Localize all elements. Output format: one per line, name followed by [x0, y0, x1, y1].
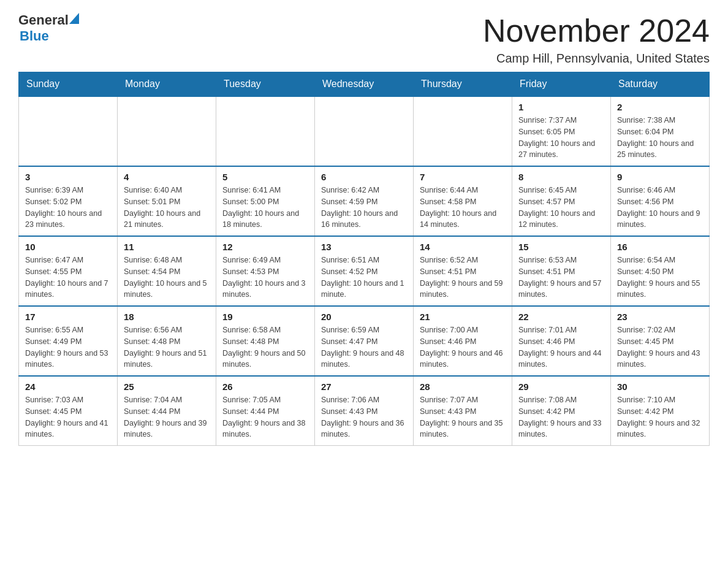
calendar-table: SundayMondayTuesdayWednesdayThursdayFrid… — [18, 72, 710, 446]
day-info: Sunrise: 6:49 AM Sunset: 4:53 PM Dayligh… — [222, 255, 308, 301]
calendar-cell: 21Sunrise: 7:00 AM Sunset: 4:46 PM Dayli… — [414, 306, 512, 376]
calendar-cell: 2Sunrise: 7:38 AM Sunset: 6:04 PM Daylig… — [611, 96, 710, 166]
day-info: Sunrise: 6:59 AM Sunset: 4:47 PM Dayligh… — [321, 324, 407, 370]
calendar-cell: 26Sunrise: 7:05 AM Sunset: 4:44 PM Dayli… — [216, 376, 315, 446]
calendar-subtitle: Camp Hill, Pennsylvania, United States — [483, 52, 710, 66]
day-info: Sunrise: 6:41 AM Sunset: 5:00 PM Dayligh… — [222, 185, 308, 231]
calendar-cell: 14Sunrise: 6:52 AM Sunset: 4:51 PM Dayli… — [414, 236, 512, 306]
day-info: Sunrise: 6:56 AM Sunset: 4:48 PM Dayligh… — [124, 324, 210, 370]
day-info: Sunrise: 7:04 AM Sunset: 4:44 PM Dayligh… — [124, 394, 210, 440]
day-number: 16 — [617, 242, 703, 252]
page-header: General Blue November 2024 Camp Hill, Pe… — [18, 12, 710, 66]
calendar-cell: 19Sunrise: 6:58 AM Sunset: 4:48 PM Dayli… — [216, 306, 315, 376]
day-info: Sunrise: 6:42 AM Sunset: 4:59 PM Dayligh… — [321, 185, 407, 231]
calendar-cell: 9Sunrise: 6:46 AM Sunset: 4:56 PM Daylig… — [611, 166, 710, 236]
day-number: 1 — [518, 102, 604, 112]
calendar-cell: 5Sunrise: 6:41 AM Sunset: 5:00 PM Daylig… — [216, 166, 315, 236]
day-number: 11 — [124, 242, 210, 252]
day-number: 21 — [420, 312, 506, 322]
calendar-cell — [414, 96, 512, 166]
day-number: 3 — [25, 172, 111, 182]
calendar-week-2: 3Sunrise: 6:39 AM Sunset: 5:02 PM Daylig… — [19, 166, 710, 236]
day-number: 17 — [25, 312, 111, 322]
day-info: Sunrise: 6:51 AM Sunset: 4:52 PM Dayligh… — [321, 255, 407, 301]
day-info: Sunrise: 7:10 AM Sunset: 4:42 PM Dayligh… — [617, 394, 703, 440]
calendar-cell: 8Sunrise: 6:45 AM Sunset: 4:57 PM Daylig… — [512, 166, 611, 236]
calendar-cell: 3Sunrise: 6:39 AM Sunset: 5:02 PM Daylig… — [19, 166, 118, 236]
day-info: Sunrise: 6:45 AM Sunset: 4:57 PM Dayligh… — [518, 185, 604, 231]
calendar-cell: 27Sunrise: 7:06 AM Sunset: 4:43 PM Dayli… — [315, 376, 414, 446]
day-number: 13 — [321, 242, 407, 252]
calendar-cell: 7Sunrise: 6:44 AM Sunset: 4:58 PM Daylig… — [414, 166, 512, 236]
calendar-header-row: SundayMondayTuesdayWednesdayThursdayFrid… — [19, 72, 710, 97]
calendar-cell: 23Sunrise: 7:02 AM Sunset: 4:45 PM Dayli… — [611, 306, 710, 376]
calendar-cell: 30Sunrise: 7:10 AM Sunset: 4:42 PM Dayli… — [611, 376, 710, 446]
calendar-week-3: 10Sunrise: 6:47 AM Sunset: 4:55 PM Dayli… — [19, 236, 710, 306]
calendar-cell: 28Sunrise: 7:07 AM Sunset: 4:43 PM Dayli… — [414, 376, 512, 446]
day-number: 20 — [321, 312, 407, 322]
day-number: 7 — [420, 172, 506, 182]
calendar-header-saturday: Saturday — [611, 72, 710, 97]
day-info: Sunrise: 6:48 AM Sunset: 4:54 PM Dayligh… — [124, 255, 210, 301]
day-info: Sunrise: 6:44 AM Sunset: 4:58 PM Dayligh… — [420, 185, 506, 231]
day-number: 9 — [617, 172, 703, 182]
day-number: 22 — [518, 312, 604, 322]
day-number: 28 — [420, 381, 506, 392]
calendar-cell: 18Sunrise: 6:56 AM Sunset: 4:48 PM Dayli… — [118, 306, 216, 376]
calendar-cell: 4Sunrise: 6:40 AM Sunset: 5:01 PM Daylig… — [118, 166, 216, 236]
calendar-cell — [118, 96, 216, 166]
calendar-cell: 1Sunrise: 7:37 AM Sunset: 6:05 PM Daylig… — [512, 96, 611, 166]
day-number: 5 — [222, 172, 308, 182]
day-number: 18 — [124, 312, 210, 322]
calendar-header-wednesday: Wednesday — [315, 72, 414, 97]
calendar-header-tuesday: Tuesday — [216, 72, 315, 97]
day-info: Sunrise: 6:53 AM Sunset: 4:51 PM Dayligh… — [518, 255, 604, 301]
day-number: 2 — [617, 102, 703, 112]
day-info: Sunrise: 6:55 AM Sunset: 4:49 PM Dayligh… — [25, 324, 111, 370]
day-number: 29 — [518, 381, 604, 392]
calendar-week-4: 17Sunrise: 6:55 AM Sunset: 4:49 PM Dayli… — [19, 306, 710, 376]
calendar-cell: 6Sunrise: 6:42 AM Sunset: 4:59 PM Daylig… — [315, 166, 414, 236]
day-number: 15 — [518, 242, 604, 252]
day-info: Sunrise: 7:38 AM Sunset: 6:04 PM Dayligh… — [617, 115, 703, 161]
calendar-cell — [19, 96, 118, 166]
calendar-cell: 16Sunrise: 6:54 AM Sunset: 4:50 PM Dayli… — [611, 236, 710, 306]
calendar-cell: 10Sunrise: 6:47 AM Sunset: 4:55 PM Dayli… — [19, 236, 118, 306]
day-number: 8 — [518, 172, 604, 182]
day-info: Sunrise: 7:05 AM Sunset: 4:44 PM Dayligh… — [222, 394, 308, 440]
day-number: 6 — [321, 172, 407, 182]
day-info: Sunrise: 6:47 AM Sunset: 4:55 PM Dayligh… — [25, 255, 111, 301]
day-info: Sunrise: 7:03 AM Sunset: 4:45 PM Dayligh… — [25, 394, 111, 440]
calendar-cell: 29Sunrise: 7:08 AM Sunset: 4:42 PM Dayli… — [512, 376, 611, 446]
calendar-header-thursday: Thursday — [414, 72, 512, 97]
calendar-cell — [216, 96, 315, 166]
calendar-header-monday: Monday — [118, 72, 216, 97]
calendar-header-friday: Friday — [512, 72, 611, 97]
day-number: 10 — [25, 242, 111, 252]
day-number: 30 — [617, 381, 703, 392]
logo-general-text: General — [18, 12, 69, 28]
calendar-cell: 13Sunrise: 6:51 AM Sunset: 4:52 PM Dayli… — [315, 236, 414, 306]
calendar-cell: 12Sunrise: 6:49 AM Sunset: 4:53 PM Dayli… — [216, 236, 315, 306]
day-number: 19 — [222, 312, 308, 322]
day-number: 14 — [420, 242, 506, 252]
calendar-cell: 17Sunrise: 6:55 AM Sunset: 4:49 PM Dayli… — [19, 306, 118, 376]
calendar-cell: 24Sunrise: 7:03 AM Sunset: 4:45 PM Dayli… — [19, 376, 118, 446]
calendar-cell: 22Sunrise: 7:01 AM Sunset: 4:46 PM Dayli… — [512, 306, 611, 376]
day-number: 23 — [617, 312, 703, 322]
day-info: Sunrise: 6:58 AM Sunset: 4:48 PM Dayligh… — [222, 324, 308, 370]
calendar-cell: 11Sunrise: 6:48 AM Sunset: 4:54 PM Dayli… — [118, 236, 216, 306]
day-info: Sunrise: 7:37 AM Sunset: 6:05 PM Dayligh… — [518, 115, 604, 161]
logo-triangle-icon — [69, 13, 79, 24]
day-info: Sunrise: 6:52 AM Sunset: 4:51 PM Dayligh… — [420, 255, 506, 301]
calendar-cell: 20Sunrise: 6:59 AM Sunset: 4:47 PM Dayli… — [315, 306, 414, 376]
logo-blue-text: Blue — [20, 28, 49, 44]
calendar-cell — [315, 96, 414, 166]
day-info: Sunrise: 6:39 AM Sunset: 5:02 PM Dayligh… — [25, 185, 111, 231]
calendar-header-sunday: Sunday — [19, 72, 118, 97]
calendar-week-5: 24Sunrise: 7:03 AM Sunset: 4:45 PM Dayli… — [19, 376, 710, 446]
calendar-cell: 25Sunrise: 7:04 AM Sunset: 4:44 PM Dayli… — [118, 376, 216, 446]
day-info: Sunrise: 6:40 AM Sunset: 5:01 PM Dayligh… — [124, 185, 210, 231]
day-info: Sunrise: 6:54 AM Sunset: 4:50 PM Dayligh… — [617, 255, 703, 301]
day-number: 27 — [321, 381, 407, 392]
